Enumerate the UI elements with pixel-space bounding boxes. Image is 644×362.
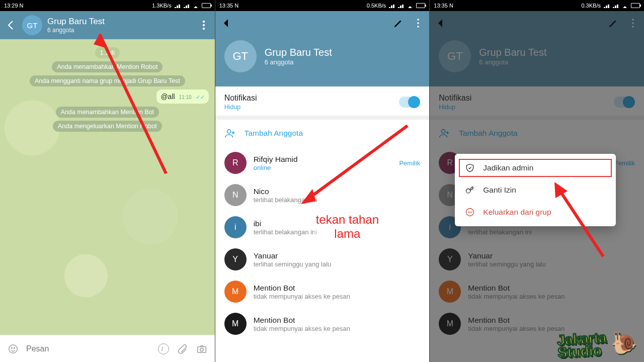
member-avatar: Y (224, 248, 247, 270)
profile-header: GT Grup Baru Test 6 anggota (215, 11, 430, 86)
svg-point-4 (11, 347, 12, 348)
status-bar: 13:29 N 1.3KB/s (0, 0, 215, 11)
emoji-icon[interactable] (7, 343, 19, 355)
status-bar: 13:35 N 0.3KB/s (430, 0, 644, 11)
ctx-label: Ganti Izin (483, 186, 516, 195)
status-time: 13:29 N (4, 3, 24, 9)
member-row[interactable]: MMention Bottidak mempunyai akses ke pes… (215, 276, 430, 308)
status-time: 13:35 N (434, 3, 453, 9)
edit-icon[interactable] (393, 18, 404, 31)
message-text: @all (160, 93, 175, 101)
phone-profile: 13:35 N 0.5KB/s (215, 0, 430, 362)
signal-icon (398, 3, 404, 8)
group-subtitle: 6 anggota (265, 58, 332, 66)
back-icon[interactable] (5, 19, 17, 31)
signal-icon (175, 3, 181, 8)
message-time: 11:10 (179, 95, 192, 100)
wifi-icon (193, 3, 199, 8)
read-ticks-icon: ✓✓ (196, 94, 205, 101)
snail-icon: 🐌 (610, 333, 637, 353)
system-message: Anda menambahkan Mention Bot (56, 107, 159, 118)
notif-toggle[interactable] (399, 97, 420, 108)
battery-icon (631, 3, 640, 8)
notif-value: Hidup (224, 104, 257, 111)
status-rate: 0.5KB/s (367, 3, 386, 9)
member-avatar: M (224, 281, 247, 303)
watermark-line2: Studio (557, 344, 607, 359)
status-bar: 13:35 N 0.5KB/s (215, 0, 430, 11)
status-rate: 0.3KB/s (581, 3, 601, 9)
svg-point-0 (203, 21, 205, 23)
svg-point-5 (14, 347, 15, 348)
svg-point-11 (418, 22, 420, 24)
svg-point-2 (203, 28, 205, 30)
member-status: terlihat belakangan ini (254, 196, 421, 204)
battery-icon (202, 3, 211, 8)
annotation-press-hold: tekan tahan lama (314, 213, 381, 240)
system-message: Anda mengganti nama grup menjadi Grup Ba… (30, 75, 185, 86)
ctx-remove-from-group[interactable]: Keluarkan dari grup (455, 201, 616, 223)
group-title: Grup Baru Test (47, 17, 193, 27)
group-avatar[interactable]: GT (22, 15, 42, 35)
member-row[interactable]: RRifqiy HamidonlinePemilik (215, 147, 430, 179)
member-status: online (254, 164, 392, 171)
chat-area[interactable]: 1 Juli Anda menambahkan Mention Robot An… (0, 39, 215, 335)
wifi-icon (622, 3, 628, 8)
svg-rect-6 (197, 346, 206, 352)
svg-point-1 (203, 24, 205, 26)
more-icon[interactable] (198, 19, 210, 31)
svg-point-3 (9, 344, 18, 353)
attach-icon[interactable] (177, 343, 189, 355)
signal-icon (604, 3, 610, 8)
member-avatar: i (224, 216, 247, 238)
signal-icon (389, 3, 395, 8)
signal-icon (184, 3, 190, 8)
member-name: Rifqiy Hamid (254, 155, 392, 164)
svg-point-10 (418, 19, 420, 21)
member-row[interactable]: MMention Bottidak mempunyai akses ke pes… (215, 308, 430, 340)
more-icon[interactable] (412, 17, 424, 31)
member-avatar: R (224, 152, 247, 174)
add-member-row[interactable]: Tambah Anggota (215, 120, 430, 147)
group-subtitle: 6 anggota (47, 27, 193, 34)
svg-point-13 (227, 130, 230, 133)
system-message: Anda mengeluarkan Mention Robot (53, 121, 162, 132)
svg-point-7 (200, 348, 203, 351)
notifications-section[interactable]: Notifikasi Hidup (215, 86, 430, 120)
signal-icon (613, 3, 619, 8)
member-status: tidak mempunyai akses ke pesan (254, 325, 421, 332)
system-message: Anda menambahkan Mention Robot (52, 61, 163, 72)
add-member-label: Tambah Anggota (245, 129, 303, 138)
outgoing-message[interactable]: @all 11:10 ✓✓ (156, 89, 208, 104)
status-time: 13:35 N (219, 3, 239, 9)
message-input[interactable] (26, 344, 150, 353)
member-name: Mention Bot (254, 316, 421, 325)
member-name: Nico (254, 187, 421, 196)
member-name: Yanuar (254, 251, 421, 260)
ctx-label: Jadikan admin (483, 163, 533, 172)
group-title: Grup Baru Test (265, 47, 332, 58)
group-avatar-large[interactable]: GT (224, 40, 257, 72)
member-name: Mention Bot (254, 284, 421, 293)
member-status: tidak mempunyai akses ke pesan (254, 293, 421, 300)
ctx-label: Keluarkan dari grup (483, 208, 551, 217)
phone-chat: 13:29 N 1.3KB/s GT Grup Baru Test 6 angg… (0, 0, 215, 362)
slash-command-icon[interactable]: / (157, 343, 170, 355)
back-icon[interactable] (220, 17, 232, 31)
member-row[interactable]: NNicoterlihat belakangan ini (215, 179, 430, 211)
member-avatar: M (224, 313, 247, 335)
member-badge: Pemilik (399, 159, 420, 167)
chat-header[interactable]: GT Grup Baru Test 6 anggota (0, 11, 215, 39)
notif-label: Notifikasi (224, 94, 257, 103)
ctx-make-admin[interactable]: Jadikan admin (458, 158, 613, 178)
date-chip: 1 Juli (95, 47, 120, 58)
header-titles[interactable]: Grup Baru Test 6 anggota (47, 17, 193, 34)
ctx-change-permission[interactable]: Ganti Izin (455, 179, 616, 201)
member-avatar: N (224, 184, 247, 206)
battery-icon (416, 3, 425, 8)
wifi-icon (407, 3, 413, 8)
status-rate: 1.3KB/s (152, 3, 172, 9)
camera-icon[interactable] (196, 343, 208, 355)
member-row[interactable]: YYanuarterlihat seminggu yang lalu (215, 243, 430, 276)
message-input-bar: / (0, 335, 215, 362)
